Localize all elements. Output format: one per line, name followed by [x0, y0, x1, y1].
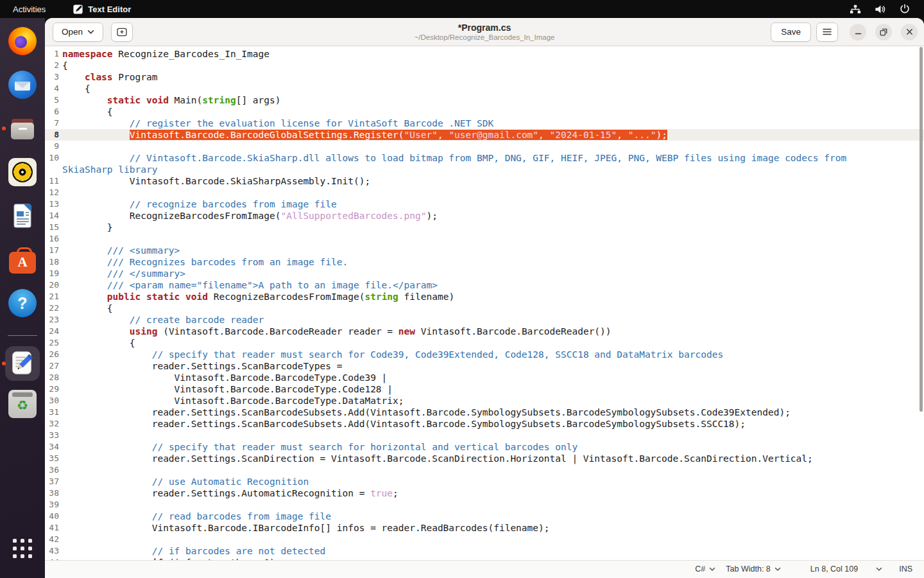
status-position-menu[interactable]	[876, 567, 882, 572]
line-number: 39	[45, 499, 59, 511]
focused-app-name: Text Editor	[88, 4, 131, 14]
code-line: 3 class Program	[45, 71, 924, 83]
line-number: 27	[45, 360, 59, 372]
main-menu-button[interactable]	[816, 22, 838, 42]
dock-item-trash[interactable]	[0, 390, 45, 418]
code-area[interactable]: 1namespace Recognize_Barcodes_In_Image2{…	[45, 46, 924, 560]
line-number: 4	[45, 83, 59, 94]
minimize-button[interactable]	[850, 24, 866, 40]
line-number: 21	[45, 291, 59, 302]
top-bar: Activities Text Editor	[0, 0, 924, 18]
line-number: 13	[45, 198, 59, 210]
new-tab-button[interactable]	[111, 22, 133, 42]
text-editor-window: Open *Program.cs ~/Desktop/Recognize_Bar…	[45, 18, 924, 578]
code-line: 11 Vintasoft.Barcode.SkiaSharpAssembly.I…	[45, 175, 924, 187]
line-number: 8	[45, 129, 59, 141]
line-number: 15	[45, 222, 59, 233]
line-number: 40	[45, 511, 59, 522]
line-number: 3	[45, 71, 59, 83]
code-line: 30 Vintasoft.Barcode.BarcodeType.DataMat…	[45, 395, 924, 407]
code-line: 29 Vintasoft.Barcode.BarcodeType.Code128…	[45, 383, 924, 395]
line-number: 37	[45, 476, 59, 487]
code-line: 40 // read barcodes from image file	[45, 511, 924, 522]
line-number: 32	[45, 418, 59, 430]
code-line: 38 reader.Settings.AutomaticRecognition …	[45, 487, 924, 499]
code-line: 32 reader.Settings.ScanBarcodeSubsets.Ad…	[45, 418, 924, 430]
open-button[interactable]: Open	[53, 22, 103, 42]
code-line: 20 /// <param name="filename">A path to …	[45, 279, 924, 291]
restore-button[interactable]	[875, 24, 892, 40]
scrollbar-thumb[interactable]	[920, 47, 923, 412]
code-line: 39	[45, 499, 924, 511]
files-icon	[8, 114, 37, 143]
dock-item-thunderbird[interactable]	[0, 71, 45, 99]
close-button[interactable]	[901, 24, 918, 40]
activities-button[interactable]: Activities	[6, 0, 52, 18]
code-line: 41 Vintasoft.Barcode.IBarcodeInfo[] info…	[45, 522, 924, 534]
code-line: 19 /// </summary>	[45, 268, 924, 279]
line-number: 42	[45, 534, 59, 545]
dock-item-firefox[interactable]	[0, 27, 45, 55]
code-line: 24 using (Vintasoft.Barcode.BarcodeReade…	[45, 326, 924, 337]
show-apps-icon	[13, 539, 32, 558]
running-indicator-dot	[2, 362, 6, 365]
code-line: 25 {	[45, 337, 924, 349]
document-title: *Program.cs	[458, 22, 511, 33]
status-bar: C#Tab Width: 8Ln 8, Col 109INS	[45, 560, 924, 577]
text-editor-icon	[8, 349, 37, 378]
network-wired-icon	[850, 4, 861, 14]
save-button[interactable]: Save	[771, 22, 811, 42]
dock-item-ubuntu-software[interactable]	[0, 245, 45, 274]
line-number: 25	[45, 337, 59, 349]
code-line: 22 {	[45, 302, 924, 314]
line-number: 34	[45, 441, 59, 453]
line-number: 43	[45, 545, 59, 557]
code-line: 17 /// <summary>	[45, 245, 924, 256]
line-number: 36	[45, 464, 59, 476]
code-line: 28 Vintasoft.Barcode.BarcodeType.Code39 …	[45, 372, 924, 383]
status-insert-mode[interactable]: INS	[899, 565, 912, 574]
dock-separator	[8, 335, 37, 336]
line-number: 5	[45, 94, 59, 106]
code-line: 4 {	[45, 83, 924, 94]
document-path: ~/Desktop/Recognize_Barcodes_In_Image	[415, 33, 555, 42]
dock-item-files[interactable]	[0, 114, 45, 143]
thunderbird-icon	[8, 71, 37, 99]
code-line: 13 // recognize barcodes from image file	[45, 198, 924, 210]
status-language[interactable]: C#	[695, 565, 715, 574]
dock-item-show-apps[interactable]	[0, 534, 45, 563]
system-tray[interactable]	[850, 4, 924, 14]
line-number: 29	[45, 383, 59, 395]
help-icon	[8, 289, 37, 317]
code-line: 5 static void Main(string[] args)	[45, 94, 924, 106]
line-number: 35	[45, 453, 59, 464]
line-number: 18	[45, 256, 59, 268]
line-number: 17	[45, 245, 59, 256]
code-line: 10 // Vintasoft.Barcode.SkiaSharp.dll al…	[45, 152, 924, 164]
rhythmbox-icon	[8, 158, 37, 186]
firefox-icon	[8, 27, 37, 55]
line-number: 33	[45, 430, 59, 441]
line-number: 6	[45, 106, 59, 118]
status-tab-width[interactable]: Tab Width: 8	[726, 565, 780, 574]
power-icon	[900, 4, 910, 14]
code-line: 14 RecognizeBarcodesFromImage("AllSuppor…	[45, 210, 924, 222]
dock-item-rhythmbox[interactable]	[0, 158, 45, 186]
text-editor-app-icon	[73, 4, 83, 15]
line-number: 41	[45, 522, 59, 534]
code-line: SkiaSharp library	[45, 164, 924, 175]
focused-app-indicator[interactable]: Text Editor	[73, 4, 131, 15]
line-number: 20	[45, 279, 59, 291]
dock-item-help[interactable]	[0, 289, 45, 317]
dock-item-text-editor[interactable]	[0, 346, 45, 381]
line-number: 14	[45, 210, 59, 222]
line-number: 16	[45, 233, 59, 245]
code-line: 6 {	[45, 106, 924, 118]
dock-item-libreoffice-writer[interactable]	[0, 202, 45, 230]
chevron-down-icon	[876, 567, 882, 572]
line-number: 31	[45, 407, 59, 418]
libreoffice-writer-icon	[8, 202, 37, 230]
code-line: 37 // use Automatic Recognition	[45, 476, 924, 487]
line-number: 1	[45, 48, 59, 60]
status-position[interactable]: Ln 8, Col 109	[810, 565, 858, 574]
